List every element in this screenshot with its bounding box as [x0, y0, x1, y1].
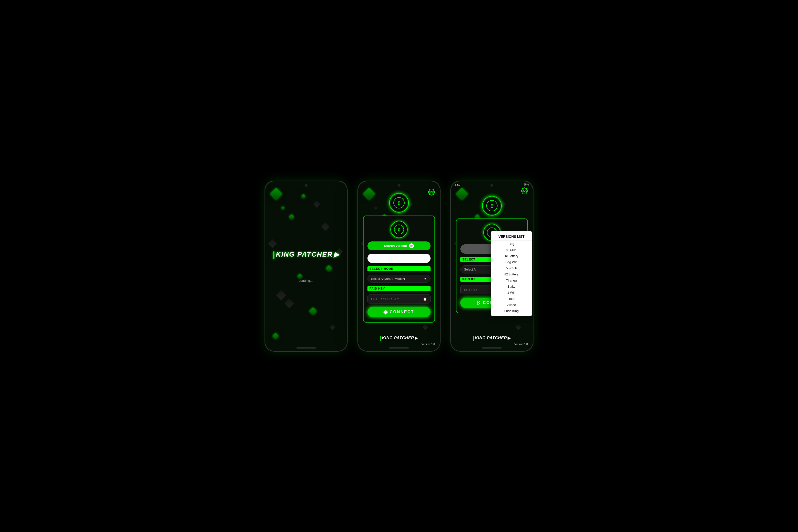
footer-logo: | KING PATCHER ▶ [473, 335, 511, 341]
chevron-down-icon: ▼ [424, 277, 427, 281]
cube [297, 274, 302, 279]
logo-bracket-left: | [273, 250, 276, 259]
battery-text: 35% [524, 183, 529, 186]
cube [313, 201, 320, 207]
cube [281, 206, 284, 210]
svg-point-6 [524, 190, 525, 192]
footer-app-name: KING PATCHER [475, 336, 507, 340]
select-mode-dropdown[interactable]: Select Anyone (*Mode*) ▼ [368, 275, 430, 283]
version-item-tiranga[interactable]: Tiranga [491, 277, 532, 283]
cube [301, 194, 305, 198]
phone-splash: | KING PATCHER ▶ Loading.... [264, 180, 348, 352]
footer-arrow: ▶ [415, 335, 418, 341]
splash-app-name: KING PATCHER [276, 250, 333, 258]
gear-icon[interactable] [428, 189, 435, 195]
cube [363, 188, 375, 200]
cube [456, 188, 468, 200]
version-item-zupee[interactable]: Zupee [491, 302, 532, 308]
cube [276, 290, 286, 300]
cube [268, 239, 277, 248]
versions-list-title: VERSIONS LIST [491, 233, 532, 241]
footer-kp-logo: | KING PATCHER ▶ [380, 335, 418, 341]
key-input-field[interactable]: ENTER YOUR KEY 📋 [368, 294, 430, 304]
paid-key-label: PAID KEY [368, 286, 430, 291]
phone-main: ⟨⟩ ⟨⟩ Search Version [357, 180, 441, 352]
bottom-bar [482, 347, 502, 348]
key-placeholder: ENTER Y [464, 288, 478, 291]
search-version-button[interactable]: Search Version [368, 242, 430, 250]
search-version-label: Search Version [384, 244, 407, 248]
splash-logo-text: | KING PATCHER ▶ [273, 250, 339, 259]
connect-button[interactable]: CONNECT [368, 307, 430, 317]
cube [309, 307, 317, 315]
footer-logo: | KING PATCHER ▶ [380, 335, 418, 341]
footer-app-name: KING PATCHER [382, 336, 414, 340]
splash-logo: | KING PATCHER ▶ [273, 250, 339, 259]
app-logo-top: ⟨⟩ [389, 193, 409, 213]
svg-point-0 [431, 191, 432, 193]
connect-label: CONNECT [390, 310, 414, 314]
footer-arrow: ▶ [507, 335, 511, 341]
version-item-91club[interactable]: 91Club [491, 247, 532, 253]
cube [289, 214, 294, 220]
app-screen-main: ⟨⟩ ⟨⟩ Search Version [358, 181, 440, 351]
cube [326, 265, 332, 271]
time: 5:52 [455, 183, 460, 186]
cube [321, 222, 330, 231]
status-icons: 35% [524, 183, 529, 186]
app-screen-dropdown: 5:52 35% ⟨⟩ [451, 181, 533, 351]
select-mode-value: Select Anyone (*Mode*) [371, 277, 405, 281]
footer-version: Version 1.0 [514, 343, 528, 345]
version-item-bdg-win[interactable]: Bdg Win [491, 259, 532, 265]
version-item-55club[interactable]: 55 Club [491, 265, 532, 271]
main-scene: | KING PATCHER ▶ Loading.... [255, 171, 543, 361]
versions-dropdown[interactable]: VERSIONS LIST Bdg 91Club Tc Lottery Bdg … [491, 231, 532, 316]
notch [490, 184, 494, 187]
splash-screen: | KING PATCHER ▶ Loading.... [265, 181, 347, 351]
key-placeholder: ENTER YOUR KEY [371, 297, 399, 301]
version-item-ludo-king[interactable]: Ludo King [491, 308, 532, 314]
version-item-82lottery[interactable]: 82 Lottery [491, 271, 532, 277]
cube [273, 333, 279, 339]
select-mode-value: Select A... [464, 268, 479, 271]
footer-kp-logo: | KING PATCHER ▶ [473, 335, 511, 341]
main-card-dropdown: VERSIONS LIST Bdg 91Club Tc Lottery Bdg … [456, 218, 528, 313]
svg-text:⟨⟩: ⟨⟩ [398, 228, 400, 232]
footer-bracket: | [473, 335, 474, 341]
loading-text: Loading.... [299, 279, 314, 283]
version-item-bdg[interactable]: Bdg [491, 241, 532, 247]
main-card: ⟨⟩ Search Version SELECT MODE [363, 215, 435, 323]
cube [374, 206, 377, 210]
app-logo-top: ⟨⟩ [482, 196, 502, 215]
footer-bracket: | [380, 335, 382, 341]
version-item-rush[interactable]: Rush [491, 296, 532, 302]
version-item-1win[interactable]: 1 Win [491, 290, 532, 296]
logo-arrow: ▶ [334, 250, 339, 259]
bg-cubes [265, 181, 347, 351]
cube [284, 298, 294, 308]
gear-icon[interactable] [521, 187, 528, 194]
card-logo: ⟨⟩ [390, 221, 408, 238]
version-input[interactable] [368, 254, 430, 263]
bottom-bar [296, 347, 316, 348]
cube [270, 188, 282, 200]
bottom-bar [389, 347, 409, 348]
cube [423, 325, 428, 330]
phone-dropdown: 5:52 35% ⟨⟩ [450, 180, 534, 352]
footer-version: Version 1.0 [422, 343, 435, 345]
cube [516, 325, 521, 330]
clipboard-icon: 📋 [423, 297, 427, 301]
version-item-tc-lottery[interactable]: Tc Lottery [491, 253, 532, 259]
toggle-knob [409, 243, 414, 248]
version-item-stake[interactable]: Stake [491, 283, 532, 290]
diamond-icon [383, 310, 388, 315]
svg-text:⟨⟩: ⟨⟩ [490, 204, 494, 208]
notch [304, 184, 308, 187]
cube [330, 325, 335, 330]
svg-text:⟨⟩: ⟨⟩ [397, 201, 401, 205]
svg-point-5 [410, 245, 413, 247]
link-icon [477, 301, 480, 305]
select-mode-label: SELECT MODE [368, 266, 430, 271]
notch [397, 184, 401, 187]
